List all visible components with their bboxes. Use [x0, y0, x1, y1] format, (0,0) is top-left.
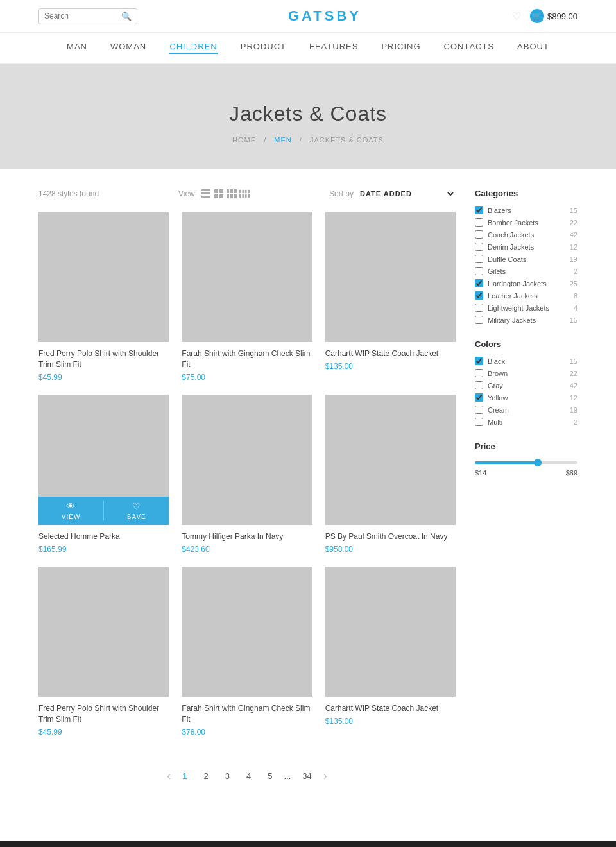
prev-page-button[interactable]: ‹ [167, 769, 171, 783]
category-label[interactable]: Lightweight Jackets [488, 304, 574, 312]
category-checkbox[interactable] [475, 316, 483, 324]
view-button[interactable]: 👁 VIEW [325, 501, 391, 520]
color-checkbox[interactable] [475, 393, 483, 402]
save-button[interactable]: ♡ SAVE [391, 673, 456, 692]
view-list-icon[interactable] [201, 189, 211, 199]
search-icon[interactable]: 🔍 [121, 12, 132, 21]
product-card[interactable]: 👁 VIEW ♡ SAVE Farah Shirt with Gingham C… [182, 567, 312, 737]
category-count: 12 [570, 243, 578, 251]
category-label[interactable]: Coach Jackets [488, 231, 570, 239]
color-label[interactable]: Brown [488, 370, 570, 377]
product-card[interactable]: 👁 VIEW ♡ SAVE Fred Perry Polo Shirt with… [38, 212, 169, 382]
cart-button[interactable]: 🛒 $899.00 [530, 9, 578, 23]
color-label[interactable]: Cream [488, 406, 570, 414]
category-label[interactable]: Leather Jackets [488, 292, 574, 300]
wishlist-icon[interactable]: ♡ [512, 10, 521, 22]
category-checkbox[interactable] [475, 279, 483, 287]
page-4[interactable]: 4 [241, 769, 256, 783]
category-label[interactable]: Military Jackets [488, 316, 570, 324]
category-label[interactable]: Gilets [488, 268, 574, 275]
color-label[interactable]: Black [488, 357, 570, 365]
save-label: SAVE [413, 330, 432, 338]
view-button[interactable]: 👁 VIEW [38, 501, 104, 520]
next-page-button[interactable]: › [323, 769, 327, 783]
breadcrumb-men[interactable]: MEN [274, 136, 291, 144]
category-checkbox[interactable] [475, 218, 483, 227]
category-label[interactable]: Harrington Jackets [488, 280, 570, 287]
nav-contacts[interactable]: CONTACTS [444, 42, 495, 54]
category-label[interactable]: Duffle Coats [488, 255, 570, 263]
price-slider-handle[interactable] [534, 459, 542, 466]
page-1[interactable]: 1 [177, 769, 192, 783]
page-34[interactable]: 34 [297, 769, 316, 783]
save-label: SAVE [270, 330, 289, 338]
category-count: 4 [574, 304, 578, 312]
category-checkbox[interactable] [475, 230, 483, 239]
view-grid3-icon[interactable] [227, 189, 237, 199]
heart-icon: ♡ [132, 318, 141, 329]
color-checkbox[interactable] [475, 406, 483, 414]
color-checkbox[interactable] [475, 357, 483, 365]
nav-man[interactable]: MAN [67, 42, 87, 54]
page-3[interactable]: 3 [220, 769, 235, 783]
breadcrumb-home[interactable]: HOME [232, 136, 256, 144]
svg-rect-9 [234, 189, 237, 193]
save-button[interactable]: ♡ SAVE [104, 318, 169, 338]
view-button[interactable]: 👁 VIEW [182, 318, 247, 338]
product-card[interactable]: 👁 VIEW ♡ SAVE Carhartt WIP State Coach J… [325, 212, 456, 382]
view-button[interactable]: 👁 VIEW [182, 673, 247, 692]
color-label[interactable]: Multi [488, 418, 574, 426]
category-label[interactable]: Denim Jackets [488, 243, 570, 251]
view-grid4-icon[interactable] [239, 189, 250, 199]
category-checkbox[interactable] [475, 243, 483, 251]
category-checkbox[interactable] [475, 255, 483, 263]
nav-pricing[interactable]: PRICING [381, 42, 420, 54]
category-item: Harrington Jackets 25 [475, 279, 578, 287]
nav-product[interactable]: PRODUCT [241, 42, 286, 54]
eye-icon: 👁 [66, 673, 76, 683]
product-card[interactable]: 👁 VIEW ♡ SAVE Fred Perry Polo Shirt with… [38, 567, 169, 737]
save-button[interactable]: ♡ SAVE [248, 318, 312, 338]
color-label[interactable]: Gray [488, 382, 570, 389]
category-label[interactable]: Bomber Jackets [488, 219, 570, 227]
save-button[interactable]: ♡ SAVE [391, 318, 456, 338]
page-5[interactable]: 5 [262, 769, 277, 783]
save-button[interactable]: ♡ SAVE [248, 501, 312, 520]
category-label[interactable]: Blazers [488, 207, 570, 214]
save-button[interactable]: ♡ SAVE [248, 673, 312, 692]
search-bar[interactable]: 🔍 [38, 8, 137, 24]
nav-children[interactable]: CHILDREN [169, 42, 217, 54]
view-button[interactable]: 👁 VIEW [182, 501, 247, 520]
nav-features[interactable]: FEATURES [309, 42, 358, 54]
category-checkbox[interactable] [475, 267, 483, 275]
sort-select[interactable]: DATE ADDED PRICE: LOW TO HIGH PRICE: HIG… [357, 189, 456, 198]
save-button[interactable]: ♡ SAVE [391, 501, 456, 520]
category-checkbox[interactable] [475, 304, 483, 312]
nav-woman[interactable]: WOMAN [110, 42, 146, 54]
page-2[interactable]: 2 [198, 769, 213, 783]
view-button[interactable]: 👁 VIEW [38, 318, 104, 338]
category-checkbox[interactable] [475, 206, 483, 214]
product-card[interactable]: 👁 VIEW ♡ SAVE Selected Homme Parka $165.… [38, 395, 169, 554]
product-card[interactable]: 👁 VIEW ♡ SAVE PS By Paul Smith Overcoat … [325, 395, 456, 554]
category-checkbox[interactable] [475, 291, 483, 300]
view-button[interactable]: 👁 VIEW [325, 673, 391, 692]
view-button[interactable]: 👁 VIEW [38, 673, 104, 692]
color-checkbox[interactable] [475, 418, 483, 426]
search-input[interactable] [44, 12, 121, 21]
svg-rect-16 [248, 190, 250, 193]
color-label[interactable]: Yellow [488, 394, 570, 402]
product-price: $135.00 [325, 362, 456, 371]
product-card[interactable]: 👁 VIEW ♡ SAVE Tommy Hilfiger Parka In Na… [182, 395, 312, 554]
svg-rect-2 [201, 196, 210, 198]
color-checkbox[interactable] [475, 369, 483, 377]
product-card[interactable]: 👁 VIEW ♡ SAVE Carhartt WIP State Coach J… [325, 567, 456, 737]
product-card[interactable]: 👁 VIEW ♡ SAVE Farah Shirt with Gingham C… [182, 212, 312, 382]
nav-about[interactable]: ABOUT [517, 42, 549, 54]
save-button[interactable]: ♡ SAVE [104, 501, 169, 520]
view-grid2-icon[interactable] [214, 189, 224, 199]
color-checkbox[interactable] [475, 381, 483, 389]
product-name: Selected Homme Parka [38, 531, 169, 542]
save-button[interactable]: ♡ SAVE [104, 673, 169, 692]
view-button[interactable]: 👁 VIEW [325, 318, 391, 338]
